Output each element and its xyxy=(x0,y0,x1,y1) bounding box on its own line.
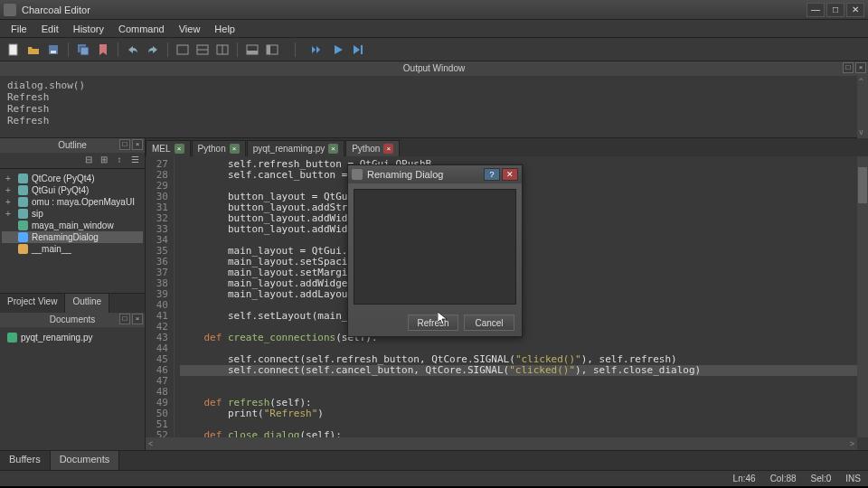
dialog-close-button[interactable]: ✕ xyxy=(502,168,518,181)
menubar: FileEditHistoryCommandViewHelp xyxy=(0,20,868,38)
undo-icon[interactable] xyxy=(125,42,141,58)
outline-float-icon[interactable]: □ xyxy=(119,139,130,150)
toolbar xyxy=(0,38,868,61)
bottom-tabs: BuffersDocuments xyxy=(0,450,868,470)
line-gutter: 27 28 29 30 31 32 33 34 35 36 37 38 39 4… xyxy=(146,156,175,450)
editor-tab[interactable]: MEL× xyxy=(146,140,191,156)
left-tab[interactable]: Project View xyxy=(0,294,65,313)
dialog-titlebar[interactable]: Renaming Dialog ? ✕ xyxy=(348,165,522,183)
run-step-icon[interactable] xyxy=(350,42,366,58)
dialog-content[interactable] xyxy=(354,189,516,305)
outline-tree: +QtCore (PyQt4)+QtGui (PyQt4)+omu : maya… xyxy=(0,169,145,293)
open-folder-icon[interactable] xyxy=(25,42,42,58)
menu-history[interactable]: History xyxy=(66,22,111,36)
split-h-icon[interactable] xyxy=(194,42,211,58)
close-button[interactable]: ✕ xyxy=(846,3,864,17)
output-body[interactable]: dialog.show()RefreshRefreshRefresh xyxy=(0,76,868,138)
menu-view[interactable]: View xyxy=(172,22,208,36)
menu-file[interactable]: File xyxy=(4,22,34,36)
documents-float-icon[interactable]: □ xyxy=(119,314,130,324)
split-none-icon[interactable] xyxy=(175,42,191,58)
svg-rect-4 xyxy=(80,47,89,55)
outline-close-icon[interactable]: × xyxy=(132,139,143,150)
left-tab[interactable]: Outline xyxy=(65,294,109,313)
output-line: Refresh xyxy=(7,103,861,115)
output-line: Refresh xyxy=(7,115,861,127)
refresh-button[interactable]: Refresh xyxy=(408,314,458,331)
output-float-icon[interactable]: □ xyxy=(843,62,854,73)
documents-list: pyqt_renaming.py xyxy=(0,327,145,451)
outline-header: Outline □ × xyxy=(0,138,145,153)
dialog-title: Renaming Dialog xyxy=(367,169,482,180)
editor-tab[interactable]: pyqt_renaming.py× xyxy=(247,140,345,156)
output-panel-header: Output Window □ × xyxy=(0,61,868,76)
panel-left-icon[interactable] xyxy=(264,42,280,58)
svg-rect-5 xyxy=(177,45,188,54)
svg-rect-11 xyxy=(247,51,258,54)
svg-rect-13 xyxy=(267,45,270,54)
minimize-button[interactable]: — xyxy=(807,3,825,17)
output-line: Refresh xyxy=(7,91,861,103)
status-col: Col:88 xyxy=(770,474,797,483)
editor-tab[interactable]: Python× xyxy=(192,140,246,156)
output-scrollbar[interactable] xyxy=(857,76,868,138)
outline-toolbar: ⊟ ⊞ ↕ ☰ xyxy=(0,153,145,169)
run-icon[interactable] xyxy=(330,42,346,58)
svg-rect-0 xyxy=(9,44,17,55)
outline-item[interactable]: +omu : maya.OpenMayaUI xyxy=(2,196,143,208)
dialog-icon xyxy=(352,169,363,180)
outline-collapse-icon[interactable]: ⊟ xyxy=(82,155,95,167)
split-v-icon[interactable] xyxy=(214,42,231,58)
maximize-button[interactable]: □ xyxy=(826,3,844,17)
outline-item[interactable]: +QtGui (PyQt4) xyxy=(2,184,143,196)
outline-item[interactable]: __main__ xyxy=(2,243,143,255)
editor-tabs: MEL×Python×pyqt_renaming.py×Python× xyxy=(146,138,868,156)
cancel-button[interactable]: Cancel xyxy=(464,314,514,331)
outline-expand-icon[interactable]: ⊞ xyxy=(98,155,110,167)
bookmark-icon[interactable] xyxy=(95,42,111,58)
svg-rect-14 xyxy=(361,45,363,54)
bottom-tab[interactable]: Documents xyxy=(51,451,120,470)
outline-item[interactable]: RenamingDialog xyxy=(2,231,143,243)
window-titlebar: Charcoal Editor — □ ✕ xyxy=(0,0,868,20)
new-file-icon[interactable] xyxy=(5,42,22,58)
outline-filter-icon[interactable]: ☰ xyxy=(128,155,141,167)
editor-tab[interactable]: Python× xyxy=(345,140,400,156)
window-title: Charcoal Editor xyxy=(22,5,805,15)
outline-item[interactable]: +QtCore (PyQt4) xyxy=(2,173,143,184)
run-all-icon[interactable] xyxy=(310,42,326,58)
status-line: Ln:46 xyxy=(733,474,756,483)
output-panel: Output Window □ × dialog.show()RefreshRe… xyxy=(0,61,868,138)
left-tabs: Project ViewOutline xyxy=(0,293,145,313)
panel-bottom-icon[interactable] xyxy=(244,42,260,58)
menu-edit[interactable]: Edit xyxy=(34,22,66,36)
bottom-tab[interactable]: Buffers xyxy=(0,451,51,470)
svg-rect-2 xyxy=(51,51,56,53)
status-mode: INS xyxy=(845,474,861,483)
save-all-icon[interactable] xyxy=(75,42,91,58)
renaming-dialog: Renaming Dialog ? ✕ Refresh Cancel xyxy=(347,164,523,337)
documents-header: Documents □ × xyxy=(0,313,145,327)
editor-scrollbar-vertical[interactable] xyxy=(857,156,868,437)
outline-item[interactable]: maya_main_window xyxy=(2,220,143,231)
app-icon xyxy=(4,4,16,16)
editor-scrollbar-horizontal[interactable] xyxy=(146,437,857,450)
dialog-help-button[interactable]: ? xyxy=(484,168,500,181)
redo-icon[interactable] xyxy=(145,42,161,58)
outline-sort-icon[interactable]: ↕ xyxy=(113,155,126,167)
document-item[interactable]: pyqt_renaming.py xyxy=(4,331,141,344)
status-sel: Sel:0 xyxy=(811,474,832,483)
output-line: dialog.show() xyxy=(7,80,861,91)
output-close-icon[interactable]: × xyxy=(855,62,866,73)
menu-command[interactable]: Command xyxy=(111,22,172,36)
status-bar: Ln:46 Col:88 Sel:0 INS xyxy=(0,470,868,486)
documents-close-icon[interactable]: × xyxy=(132,314,143,324)
menu-help[interactable]: Help xyxy=(207,22,242,36)
outline-item[interactable]: +sip xyxy=(2,208,143,220)
save-icon[interactable] xyxy=(45,42,61,58)
